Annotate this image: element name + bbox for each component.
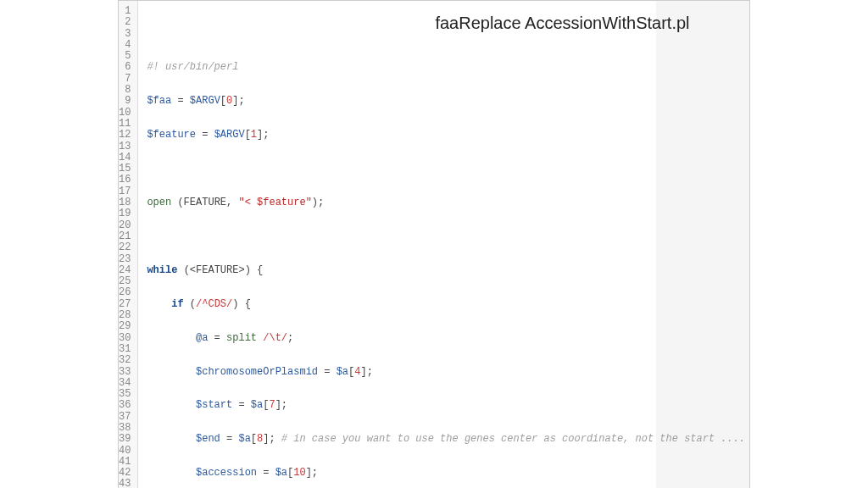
line-number: 32 <box>119 355 131 366</box>
line-number: 30 <box>119 333 131 344</box>
line-number: 38 <box>119 423 131 434</box>
code-line: $feature = $ARGV[1]; <box>147 130 776 141</box>
line-number: 19 <box>119 208 131 219</box>
line-number: 31 <box>119 344 131 355</box>
line-number: 39 <box>119 434 131 445</box>
line-number: 43 <box>119 479 131 488</box>
line-number: 37 <box>119 412 131 423</box>
line-number: 41 <box>119 457 131 468</box>
line-number: 24 <box>119 265 131 276</box>
line-number: 16 <box>119 175 131 186</box>
line-number: 22 <box>119 242 131 253</box>
line-number: 33 <box>119 367 131 378</box>
line-number: 27 <box>119 299 131 310</box>
line-number: 15 <box>119 164 131 175</box>
line-number: 35 <box>119 389 131 400</box>
line-number: 10 <box>119 108 131 119</box>
line-number: 6 <box>119 62 131 73</box>
code-line: open (FEATURE, "< $feature"); <box>147 197 776 208</box>
line-number: 40 <box>119 446 131 457</box>
line-number: 29 <box>119 321 131 332</box>
line-number: 14 <box>119 152 131 164</box>
code-line: if (/^CDS/) { <box>147 299 776 310</box>
line-number: 17 <box>119 186 131 197</box>
line-number: 3 <box>119 29 131 40</box>
line-number: 1 <box>119 6 131 17</box>
line-number: 2 <box>119 17 131 28</box>
line-number: 5 <box>119 51 131 62</box>
code-editor: 1234567891011121314151617181920212223242… <box>118 0 750 488</box>
line-number: 13 <box>119 141 131 152</box>
code-line: @a = split /\t/; <box>147 333 776 344</box>
line-number: 21 <box>119 231 131 242</box>
code-line: $chromosomeOrPlasmid = $a[4]; <box>147 367 776 378</box>
code-line: $start = $a[7]; <box>147 400 776 411</box>
code-line: while (<FEATURE>) { <box>147 265 776 276</box>
line-number: 34 <box>119 378 131 389</box>
line-number: 26 <box>119 287 131 298</box>
line-number: 20 <box>119 220 131 231</box>
line-number: 18 <box>119 197 131 208</box>
line-number: 7 <box>119 74 131 85</box>
code-line: $end = $a[8]; # in case you want to use … <box>147 434 776 445</box>
line-number: 8 <box>119 85 131 96</box>
line-number: 9 <box>119 96 131 107</box>
code-line: $accession = $a[10]; <box>147 468 776 479</box>
filename-label: faaReplace AccessionWithStart.pl <box>435 18 689 29</box>
line-number: 28 <box>119 310 131 321</box>
line-number: 25 <box>119 276 131 287</box>
line-number: 36 <box>119 400 131 411</box>
line-number: 23 <box>119 254 131 265</box>
line-number: 42 <box>119 468 131 479</box>
code-area: faaReplace AccessionWithStart.pl #! usr/… <box>138 1 776 488</box>
line-number: 11 <box>119 119 131 130</box>
line-number-gutter: 1234567891011121314151617181920212223242… <box>119 1 138 488</box>
code-line <box>147 164 776 175</box>
code-line <box>147 231 776 242</box>
code-line: $faa = $ARGV[0]; <box>147 96 776 107</box>
code-line: #! usr/bin/perl <box>147 62 776 73</box>
line-number: 12 <box>119 130 131 141</box>
line-number: 4 <box>119 40 131 51</box>
